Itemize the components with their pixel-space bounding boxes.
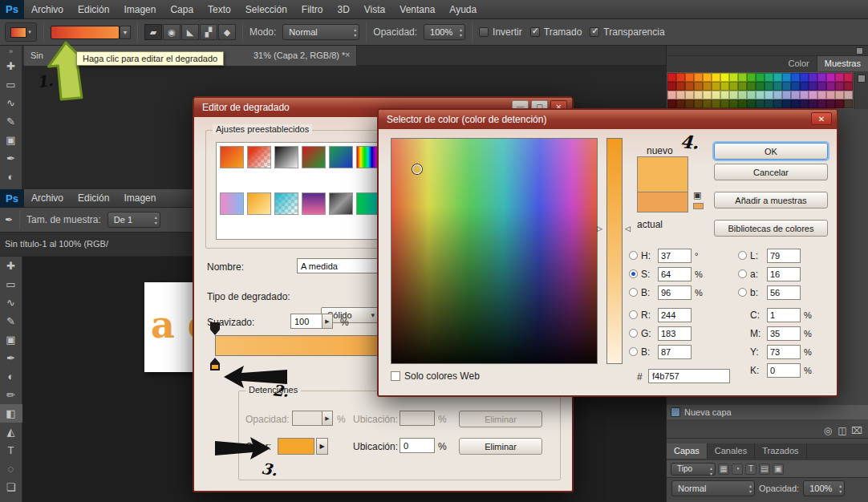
color-swatch[interactable] [791, 82, 800, 91]
color-swatch[interactable] [826, 73, 835, 82]
color-swatch[interactable] [773, 82, 782, 91]
filter-smartobject-icon[interactable]: ▣ [773, 464, 784, 475]
color-swatch[interactable] [720, 91, 729, 99]
color-swatch[interactable] [685, 99, 694, 108]
color-swatch[interactable] [738, 91, 747, 99]
filter-type-dropdown[interactable]: Tipo [671, 463, 716, 476]
gradient-preset-thumb[interactable] [274, 146, 298, 168]
close-tab-icon[interactable]: × [345, 50, 350, 59]
color-swatch[interactable] [694, 91, 703, 99]
value-field-S[interactable]: 64 [658, 267, 692, 281]
eliminar-opacidad-button[interactable]: Eliminar [459, 411, 542, 427]
color-swatch[interactable] [729, 73, 738, 82]
color-swatch[interactable] [738, 99, 747, 108]
gradient-tool-icon[interactable]: ◧ [0, 404, 22, 423]
color-swatch[interactable] [712, 91, 720, 99]
color-swatch[interactable] [756, 99, 765, 108]
color-swatch[interactable] [703, 82, 712, 91]
gradient-preset-thumb[interactable] [329, 146, 353, 168]
checkbox-tramado[interactable]: Tramado [530, 26, 582, 38]
color-swatch[interactable] [720, 73, 729, 82]
delete-state-icon[interactable]: ⌧ [850, 425, 864, 436]
cancel-button[interactable]: Cancelar [714, 164, 828, 180]
filter-adjustment-icon[interactable]: ◔ [732, 464, 743, 475]
gradient-preset-thumb[interactable] [247, 192, 271, 215]
color-swatch[interactable] [826, 91, 835, 99]
color-swatch[interactable] [844, 73, 853, 82]
close-icon[interactable]: ✕ [811, 112, 832, 125]
stop-color-swatch[interactable] [278, 438, 314, 455]
layer-opacity-dropdown[interactable]: 100% [803, 480, 845, 496]
color-swatch[interactable] [773, 73, 782, 82]
menu-item-vista[interactable]: Vista [357, 0, 392, 19]
color-swatch[interactable] [844, 82, 853, 91]
gradient-preset-thumb[interactable] [302, 192, 326, 215]
menu-item-selección[interactable]: Selección [238, 0, 294, 19]
stop-opacidad-field[interactable] [292, 411, 322, 426]
color-swatch[interactable] [685, 91, 694, 99]
blur-tool-icon[interactable]: ◭ [0, 423, 22, 441]
color-slider[interactable] [606, 138, 623, 364]
radio-b[interactable] [738, 288, 747, 297]
menu-item-filtro[interactable]: Filtro [294, 0, 331, 19]
color-swatch[interactable] [817, 82, 826, 91]
color-swatch[interactable] [676, 73, 685, 82]
gradient-preset-thumb[interactable] [302, 146, 326, 168]
opacidad-dropdown[interactable]: 100% [424, 24, 465, 40]
move-tool-icon[interactable]: ✚ [0, 57, 22, 75]
color-swatch[interactable] [694, 82, 703, 91]
tab-color[interactable]: Color [781, 56, 817, 71]
color-swatch[interactable] [782, 82, 791, 91]
color-field[interactable] [391, 138, 598, 364]
dock-collapse-icon[interactable] [856, 47, 863, 55]
hex-field[interactable]: f4b757 [648, 369, 730, 383]
menu-item-capa[interactable]: Capa [163, 0, 201, 19]
slider-marker-left-icon[interactable]: ▷ [597, 225, 602, 233]
color-swatch[interactable] [747, 73, 756, 82]
tab-capas[interactable]: Capas [667, 443, 708, 459]
web-colors-checkbox[interactable]: Solo colores Web [391, 370, 480, 382]
toolbar-collapse-icon[interactable]: » [9, 46, 13, 57]
value-field-R[interactable]: 244 [658, 308, 692, 322]
color-swatch[interactable] [676, 99, 685, 108]
color-swatch[interactable] [782, 91, 791, 99]
color-libraries-button[interactable]: Bibliotecas de colores [714, 220, 828, 237]
radio-R[interactable] [629, 310, 638, 319]
color-swatch[interactable] [676, 91, 685, 99]
color-swatch[interactable] [756, 91, 765, 99]
opacity-stop[interactable] [210, 322, 220, 335]
radio-H[interactable] [629, 251, 638, 260]
menu-item-edición[interactable]: Edición [71, 189, 116, 208]
eyedropper-tool-icon[interactable]: ✒ [0, 149, 22, 168]
color-swatch[interactable] [800, 82, 809, 91]
color-picker-title-bar[interactable]: Selector de color (color de detención) ✕ [379, 110, 837, 129]
gradient-preview[interactable] [51, 26, 120, 39]
value-field-K[interactable]: 0 [767, 363, 801, 378]
swatches-scrollbar[interactable] [854, 72, 868, 109]
value-field-H[interactable]: 37 [658, 249, 692, 263]
color-swatch[interactable] [835, 91, 844, 99]
filter-text-icon[interactable]: T [745, 464, 756, 475]
checkbox-transparencia[interactable]: Transparencia [590, 26, 664, 38]
add-to-swatches-button[interactable]: Añadir a muestras [714, 192, 828, 208]
gamut-warning-cube-icon[interactable]: ▣ [693, 190, 701, 200]
current-color-swatch[interactable] [637, 192, 688, 213]
color-swatch[interactable] [694, 73, 703, 82]
color-swatch[interactable] [800, 73, 809, 82]
color-swatch[interactable] [826, 82, 835, 91]
healing-brush-tool-icon[interactable]: ◐ [0, 367, 22, 386]
color-swatch[interactable] [747, 82, 756, 91]
shape-tool-icon[interactable]: ◌ [0, 459, 22, 478]
angle-gradient-button-icon[interactable]: ◣ [181, 24, 199, 40]
linear-gradient-button-icon[interactable]: ▰ [144, 24, 162, 40]
color-swatch[interactable] [809, 99, 817, 108]
reflected-gradient-button-icon[interactable]: ▞ [200, 24, 217, 40]
color-swatch[interactable] [844, 91, 853, 99]
color-swatch[interactable] [835, 82, 844, 91]
color-swatch[interactable] [782, 73, 791, 82]
scrollbar-thumb[interactable] [858, 75, 866, 83]
tool-preset-picker[interactable]: ▾ [5, 22, 37, 42]
color-swatch[interactable] [747, 99, 756, 108]
gradient-preset-thumb[interactable] [220, 192, 244, 215]
color-swatch[interactable] [703, 91, 712, 99]
